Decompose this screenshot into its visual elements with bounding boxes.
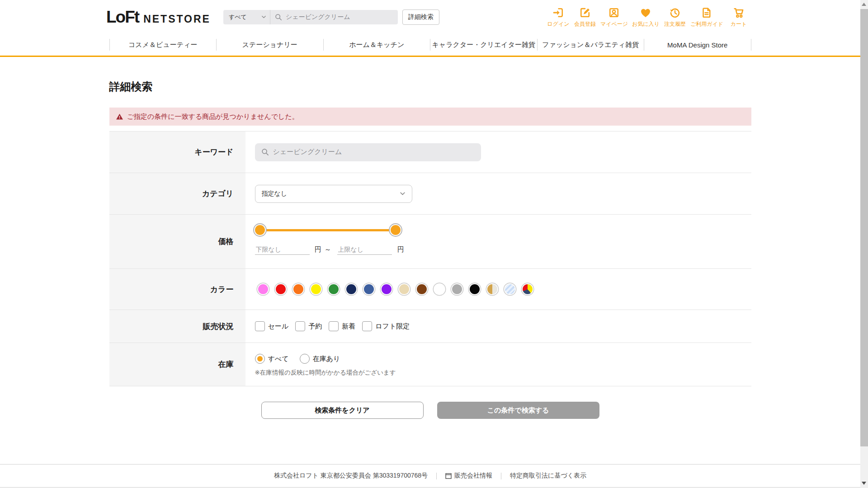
search-scope-select[interactable]: すべて: [223, 10, 270, 24]
no-results-message: ご指定の条件に一致する商品が見つかりませんでした。: [127, 113, 299, 121]
radio-all[interactable]: すべて: [255, 354, 289, 364]
nav-divider: [751, 39, 751, 51]
main-content: 詳細検索 ご指定の条件に一致する商品が見つかりませんでした。 キーワード シェー…: [109, 57, 751, 419]
range-tilde: ～: [325, 245, 331, 254]
checkbox-label: ロフト限定: [375, 322, 410, 331]
commerce-law-link[interactable]: 特定商取引法に基づく表示: [510, 472, 586, 480]
checkbox-label: セール: [268, 322, 289, 331]
checkbox-reservation[interactable]: 予約: [295, 321, 322, 331]
swatch-pink[interactable]: [258, 284, 268, 294]
yen-unit: 円: [397, 245, 404, 254]
no-results-alert: ご指定の条件に一致する商品が見つかりませんでした。: [109, 108, 751, 126]
register-label: 会員登録: [574, 20, 596, 28]
login-icon: [552, 6, 565, 19]
window-icon: [445, 473, 452, 479]
guide-link[interactable]: ご利用ガイド: [690, 6, 723, 28]
swatch-red[interactable]: [276, 284, 286, 294]
radio-label: すべて: [268, 355, 289, 363]
swatch-gold-silver[interactable]: [487, 284, 497, 294]
search-group: すべて シェービングクリーム: [223, 10, 398, 24]
order-history-link[interactable]: 注文履歴: [664, 6, 686, 28]
nav-item-moma[interactable]: MoMA Design Store: [644, 41, 751, 49]
scroll-down-arrow[interactable]: [862, 482, 866, 485]
checkbox-sale[interactable]: セール: [255, 321, 289, 331]
stock-options: すべて 在庫あり: [255, 354, 751, 364]
radio-button-selected[interactable]: [255, 354, 265, 364]
swatch-green[interactable]: [329, 284, 339, 294]
price-label: 価格: [109, 215, 245, 268]
checkbox-box[interactable]: [329, 321, 339, 331]
cart-label: カート: [731, 20, 747, 28]
swatch-multicolor[interactable]: [523, 284, 533, 294]
keyword-value: シェービングクリーム: [273, 148, 342, 156]
swatch-navy[interactable]: [346, 284, 356, 294]
keyword-label: キーワード: [109, 131, 245, 173]
register-link[interactable]: 会員登録: [574, 6, 596, 28]
price-max-input[interactable]: [337, 244, 392, 255]
category-label: カテゴリ: [109, 173, 245, 214]
nav-item-fashion-variety[interactable]: ファッション＆バラエティ雑貨: [538, 41, 644, 49]
swatch-brown[interactable]: [417, 284, 427, 294]
swatch-black[interactable]: [470, 284, 480, 294]
mypage-link[interactable]: マイページ: [600, 6, 628, 28]
category-select[interactable]: 指定なし: [255, 185, 412, 203]
radio-button[interactable]: [300, 354, 310, 364]
search-submit-button[interactable]: この条件で検索する: [437, 402, 599, 419]
checkbox-box[interactable]: [255, 321, 265, 331]
primary-nav: コスメ＆ビューティー ステーショナリー ホーム＆キッチン キャラクター・クリエイ…: [0, 34, 860, 57]
radio-in-stock[interactable]: 在庫あり: [300, 354, 340, 364]
scroll-up-arrow[interactable]: [862, 3, 866, 6]
nav-item-home-kitchen[interactable]: ホーム＆キッチン: [324, 41, 430, 49]
slider-track: [260, 229, 396, 231]
swatch-yellow[interactable]: [311, 284, 321, 294]
cart-icon: [732, 6, 745, 19]
nav-item-character[interactable]: キャラクター・クリエイター雑貨: [430, 41, 537, 49]
price-min-handle[interactable]: [255, 225, 265, 235]
checkbox-loft-exclusive[interactable]: ロフト限定: [362, 321, 410, 331]
swatch-beige[interactable]: [399, 284, 409, 294]
header-search-bar: すべて シェービングクリーム 詳細検索: [223, 10, 439, 24]
swatch-white[interactable]: [434, 284, 444, 294]
swatch-orange[interactable]: [293, 284, 303, 294]
scrollbar-thumb[interactable]: [860, 9, 868, 446]
header-search-input[interactable]: シェービングクリーム: [270, 10, 398, 24]
login-link[interactable]: ログイン: [547, 6, 570, 28]
favorites-link[interactable]: お気に入り: [632, 6, 660, 28]
guide-label: ご利用ガイド: [690, 20, 723, 28]
footer-divider: [501, 473, 501, 479]
logo-loft-text: LoFt: [106, 8, 139, 27]
stock-label: 在庫: [109, 343, 245, 386]
checkbox-label: 新着: [342, 322, 355, 331]
checkbox-box[interactable]: [362, 321, 372, 331]
advanced-search-button[interactable]: 詳細検索: [402, 9, 439, 25]
logo-netstore-text: NETSTORE: [143, 13, 211, 25]
seller-info-link[interactable]: 販売会社情報: [445, 472, 492, 480]
cart-link[interactable]: カート: [727, 6, 750, 28]
footer-divider: [436, 473, 437, 479]
swatch-clear[interactable]: [505, 284, 515, 294]
site-footer: 株式会社ロフト 東京都公安委員会 第303319700768号 販売会社情報 特…: [0, 464, 860, 488]
clear-conditions-button[interactable]: 検索条件をクリア: [261, 402, 424, 419]
favorites-label: お気に入り: [632, 20, 660, 28]
yen-unit: 円: [315, 245, 321, 254]
price-max-handle[interactable]: [391, 225, 401, 235]
nav-item-cosmetics[interactable]: コスメ＆ビューティー: [110, 41, 217, 49]
search-icon: [275, 14, 282, 21]
nav-item-stationery[interactable]: ステーショナリー: [217, 41, 323, 49]
search-icon: [261, 148, 269, 156]
form-actions: 検索条件をクリア この条件で検索する: [109, 402, 751, 419]
keyword-input[interactable]: シェービングクリーム: [255, 143, 481, 161]
guide-icon: [700, 6, 713, 19]
swatch-blue[interactable]: [364, 284, 374, 294]
swatch-purple[interactable]: [382, 284, 392, 294]
swatch-gray[interactable]: [452, 284, 462, 294]
page-title: 詳細検索: [109, 80, 751, 93]
seller-info-label: 販売会社情報: [454, 472, 492, 480]
price-min-input[interactable]: [255, 244, 310, 255]
color-row: カラー: [109, 269, 751, 310]
mypage-label: マイページ: [600, 20, 628, 28]
color-swatches: [258, 284, 533, 294]
checkbox-box[interactable]: [295, 321, 305, 331]
site-logo[interactable]: LoFt NETSTORE: [106, 8, 211, 27]
checkbox-new-arrival[interactable]: 新着: [329, 321, 355, 331]
